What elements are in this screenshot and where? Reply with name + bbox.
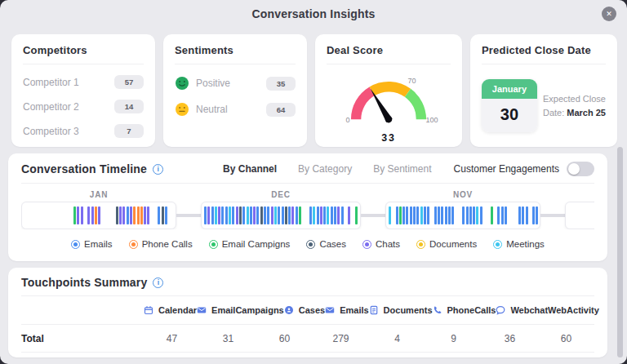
timeline-block-partial <box>565 202 594 229</box>
touchpoints-header: Touchpoints Summary i <box>21 276 594 296</box>
legend-item-cases[interactable]: Cases <box>306 239 346 249</box>
column-webchat: Webchat <box>496 305 548 315</box>
sentiments-title: Sentiments <box>175 44 296 64</box>
competitor-count-badge: 7 <box>114 124 144 138</box>
competitor-label: Competitor 1 <box>23 77 79 88</box>
deal-score-gauge: 0 70 100 33 <box>327 68 451 144</box>
predicted-close-content: January 30 Expected Close Date: March 25 <box>482 79 606 132</box>
timeline-legend: Emails Phone Calls Email Campigns Cases … <box>21 239 594 249</box>
timeline-connector <box>540 214 565 217</box>
touchpoints-table-header: Calendar EmailCampaigns Cases Emails Doc… <box>21 296 594 325</box>
cases-legend-icon <box>306 240 315 249</box>
sentiment-count-badge: 64 <box>266 103 296 117</box>
timeline-connector <box>361 214 385 217</box>
column-emailcampaigns: EmailCampaigns <box>197 305 284 315</box>
vertical-scrollbar[interactable] <box>617 147 623 357</box>
legend-label: Documents <box>429 239 477 249</box>
emails-legend-icon <box>71 240 80 249</box>
column-label: PhoneCalls <box>447 305 496 315</box>
close-button[interactable]: ✕ <box>602 7 616 21</box>
timeline-header-right: Customer Engagements <box>454 162 594 176</box>
tab-by-channel[interactable]: By Channel <box>223 163 277 175</box>
competitors-title: Competitors <box>23 44 144 64</box>
email-campaigns-legend-icon <box>209 240 218 249</box>
legend-label: Cases <box>319 239 346 249</box>
table-cell: 60 <box>256 333 313 344</box>
column-label: Emails <box>340 305 368 315</box>
webchat-icon <box>496 305 505 315</box>
table-row: Total 47 31 60 279 4 9 36 60 <box>21 325 594 353</box>
timeline-block-dec <box>201 202 361 229</box>
competitor-count-badge: 57 <box>114 75 144 89</box>
table-cell: 279 <box>313 333 369 344</box>
gauge-segment-low <box>356 91 372 119</box>
legend-label: Email Campigns <box>222 239 291 249</box>
legend-item-email-campaigns[interactable]: Email Campigns <box>209 239 291 249</box>
gauge-max-label: 100 <box>426 116 438 124</box>
info-icon[interactable]: i <box>153 277 163 288</box>
info-icon[interactable]: i <box>153 164 163 175</box>
timeline-month-group <box>565 190 594 229</box>
phone-calls-legend-icon <box>129 240 138 249</box>
note-line-2-label: Date: <box>543 108 567 118</box>
table-cell: 36 <box>482 333 538 344</box>
timeline-block-nov <box>385 202 540 229</box>
sentiments-card: Sentiments Positive 35 Neutral 64 <box>163 34 307 147</box>
column-label: EmailCampaigns <box>211 305 284 315</box>
table-cell: 31 <box>200 333 256 344</box>
gauge-value: 33 <box>381 132 396 144</box>
close-icon: ✕ <box>606 10 612 18</box>
legend-label: Phone Calls <box>142 239 193 249</box>
calendar-widget: January 30 <box>482 79 537 132</box>
gauge-segment-mid <box>372 87 408 93</box>
deal-score-title: Deal Score <box>327 44 451 64</box>
email-icon <box>325 305 335 315</box>
phone-icon <box>433 305 442 315</box>
neutral-face-icon <box>175 102 189 117</box>
legend-label: Meetings <box>506 239 545 249</box>
expected-close-note: Expected Close Date: March 25 <box>543 92 606 119</box>
timeline-block-jan <box>21 202 176 229</box>
list-item: Neutral 64 <box>175 102 296 117</box>
column-calendar: Calendar <box>144 305 197 315</box>
customer-engagements-toggle[interactable] <box>567 162 594 176</box>
documents-legend-icon <box>416 240 425 249</box>
column-phonecalls: PhoneCalls <box>433 305 496 315</box>
competitors-card: Competitors Competitor 1 57 Competitor 2… <box>11 34 155 147</box>
column-emails: Emails <box>325 305 368 315</box>
timeline-tabs: By Channel By Category By Sentiment <box>223 163 431 175</box>
legend-item-phone-calls[interactable]: Phone Calls <box>129 239 193 249</box>
row-label: Total <box>21 333 144 344</box>
note-line-1: Expected Close <box>543 94 606 104</box>
column-label: Cases <box>299 305 325 315</box>
column-label: Documents <box>384 305 433 315</box>
calendar-icon <box>144 305 153 315</box>
legend-item-emails[interactable]: Emails <box>71 239 113 249</box>
table-row: Influencer - - - - - - - - <box>21 353 594 357</box>
legend-label: Chats <box>376 239 400 249</box>
legend-item-chats[interactable]: Chats <box>362 239 400 249</box>
tab-by-sentiment[interactable]: By Sentiment <box>373 163 431 175</box>
case-icon <box>284 305 294 315</box>
sentiment-count-badge: 35 <box>266 77 296 91</box>
calendar-day: 30 <box>482 99 537 132</box>
column-label: Webchat <box>510 305 548 315</box>
touchpoints-title: Touchpoints Summary <box>21 276 147 289</box>
legend-item-documents[interactable]: Documents <box>416 239 477 249</box>
tab-by-category[interactable]: By Category <box>298 163 352 175</box>
sentiment-label: Positive <box>196 78 260 89</box>
legend-label: Emails <box>84 239 113 249</box>
conversation-timeline-section: Conversation Timeline i By Channel By Ca… <box>8 153 607 261</box>
customer-engagements-label: Customer Engagements <box>454 163 559 175</box>
legend-item-meetings[interactable]: Meetings <box>493 239 545 249</box>
competitor-count-badge: 14 <box>114 100 144 113</box>
month-label: JAN <box>21 190 176 202</box>
list-item: Competitor 3 7 <box>23 124 144 138</box>
competitor-label: Competitor 2 <box>23 101 79 113</box>
gauge-mid-label: 70 <box>407 77 416 85</box>
meetings-legend-icon <box>493 240 502 249</box>
document-icon <box>369 305 379 315</box>
column-webactivity: WebActivity <box>548 305 599 315</box>
predicted-close-date-card: Predicted Close Date January 30 Expected… <box>470 34 617 147</box>
gauge-min-label: 0 <box>345 116 349 124</box>
